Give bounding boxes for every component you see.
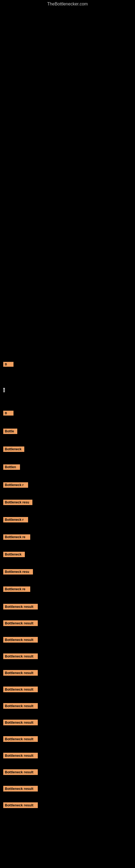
- site-title: TheBottlenecker.com: [47, 2, 88, 6]
- list-item: Bottleneck result: [1, 751, 135, 762]
- list-item: Bottleneck r: [1, 516, 135, 526]
- list-item: Bottleneck: [1, 445, 135, 455]
- list-item: Bottlen: [1, 463, 135, 473]
- list-item: Bottleneck resu: [1, 567, 135, 578]
- bottleneck-badge: Bottleneck r: [3, 517, 28, 522]
- list-item: Bottleneck r: [1, 480, 135, 491]
- list-item: Bottleneck: [1, 550, 135, 560]
- bottleneck-badge: B: [3, 362, 13, 367]
- bottleneck-badge: Bottleneck result: [3, 670, 38, 676]
- bottleneck-badge: Bottleneck r: [3, 482, 28, 488]
- list-item: Bottleneck result: [1, 801, 135, 811]
- list-item: Bottleneck result: [1, 619, 135, 629]
- list-item: Bottleneck re: [1, 533, 135, 543]
- list-item: Bottleneck result: [1, 718, 135, 728]
- bottleneck-badge: Bottleneck result: [3, 620, 38, 626]
- list-item: Bottleneck resu: [1, 498, 135, 508]
- bottleneck-badge: Bottleneck result: [3, 703, 38, 709]
- bottleneck-badge: Bottleneck: [3, 446, 24, 452]
- site-header: TheBottlenecker.com: [0, 0, 135, 8]
- upper-black-area: [0, 8, 135, 360]
- bottleneck-badge: Bottleneck resu: [3, 569, 33, 575]
- list-item: |: [1, 386, 135, 396]
- bottleneck-badge: Bottleneck result: [3, 802, 38, 808]
- list-item: Bottleneck result: [1, 652, 135, 662]
- bottleneck-badge: Bottleneck result: [3, 753, 38, 758]
- bottleneck-badge: Bottlen: [3, 464, 20, 470]
- page-wrapper: TheBottlenecker.com B | B Bottle Bottlen…: [0, 0, 135, 868]
- bottleneck-badge: Bottleneck result: [3, 736, 38, 742]
- bottleneck-badge: Bottleneck result: [3, 686, 38, 692]
- list-item: Bottleneck result: [1, 735, 135, 745]
- list-item: B: [1, 360, 135, 370]
- bottleneck-badge: Bottleneck result: [3, 769, 38, 775]
- list-item: Bottleneck result: [1, 685, 135, 695]
- bottleneck-badge: Bottleneck resu: [3, 500, 32, 505]
- bottleneck-badge: Bottleneck result: [3, 653, 38, 659]
- list-item: Bottleneck result: [1, 784, 135, 795]
- bottleneck-badge: Bottleneck result: [3, 637, 38, 643]
- bottleneck-badge: Bottleneck result: [3, 786, 38, 792]
- bottleneck-badge: |: [3, 388, 5, 392]
- list-item: B: [1, 409, 135, 419]
- bottleneck-badge: Bottleneck re: [3, 534, 30, 540]
- bottleneck-badge: Bottle: [3, 429, 17, 434]
- list-item: Bottle: [1, 427, 135, 437]
- list-item: Bottleneck result: [1, 635, 135, 646]
- list-item: Bottleneck result: [1, 602, 135, 613]
- bottleneck-badge: B: [3, 411, 13, 415]
- bottleneck-badge: Bottleneck result: [3, 604, 38, 610]
- bottleneck-badge: Bottleneck: [3, 552, 25, 557]
- bottleneck-badge: Bottleneck result: [3, 720, 38, 725]
- list-item: Bottleneck re: [1, 585, 135, 595]
- list-item: Bottleneck result: [1, 702, 135, 712]
- bottleneck-badge: Bottleneck re: [3, 586, 30, 592]
- items-container: B | B Bottle Bottleneck Bottlen Bottlene…: [0, 360, 135, 811]
- list-item: Bottleneck result: [1, 768, 135, 778]
- list-item: Bottleneck result: [1, 669, 135, 679]
